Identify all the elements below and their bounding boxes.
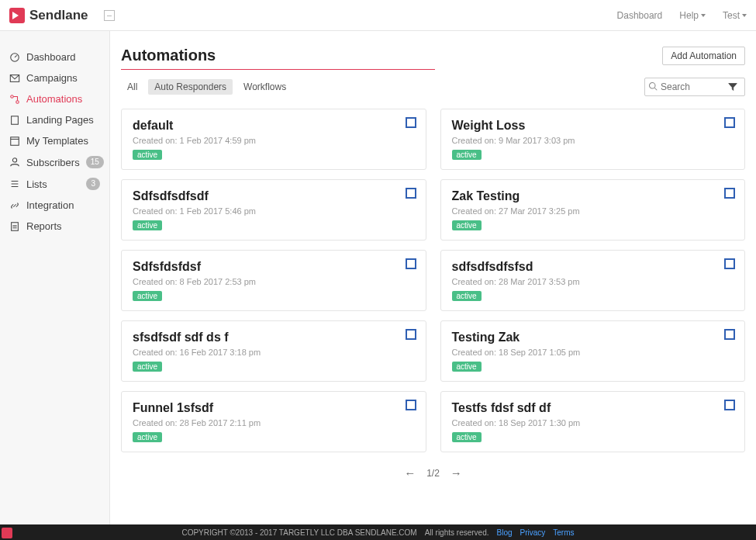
automation-card[interactable]: Zak TestingCreated on: 27 Mar 2017 3:25 … [440,179,746,241]
automation-card[interactable]: Weight LossCreated on: 9 Mar 2017 3:03 p… [440,109,746,170]
topnav-dashboard-label: Dashboard [617,10,663,21]
sidebar-item-dashboard[interactable]: Dashboard [0,47,109,68]
card-created: Created on: 28 Feb 2017 2:11 pm [133,418,415,428]
report-icon [9,221,20,232]
stop-icon[interactable] [406,258,416,269]
automation-card[interactable]: SdfsfdsfdsfCreated on: 8 Feb 2017 2:53 p… [121,250,426,311]
sidebar-item-label: Landing Pages [26,114,94,126]
automation-card[interactable]: defaultCreated on: 1 Feb 2017 4:59 pmact… [121,109,426,170]
sidebar-item-my-templates[interactable]: My Templates [0,130,109,151]
sidebar-item-label: Campaigns [26,72,78,84]
main-content: Automations Add Automation All Auto Resp… [110,31,756,524]
automation-card[interactable]: SdfsdfsdfsdfCreated on: 1 Feb 2017 5:46 … [121,179,426,241]
automation-card[interactable]: sdfsdfsdfsfsdCreated on: 28 Mar 2017 3:5… [440,250,746,311]
status-badge: active [133,150,162,160]
card-title: default [133,119,415,133]
card-created: Created on: 1 Feb 2017 5:46 pm [133,206,415,216]
automation-icon [9,94,20,105]
add-automation-button[interactable]: Add Automation [662,47,745,65]
card-title: Testing Zak [452,331,734,344]
envelope-icon [9,73,20,84]
card-created: Created on: 8 Feb 2017 2:53 pm [133,277,415,286]
footer: COPYRIGHT ©2013 - 2017 TARGETLY LLC DBA … [0,524,756,540]
footer-link-blog[interactable]: Blog [496,528,512,537]
card-title: Zak Testing [452,189,734,203]
card-title: sfsdfsdf sdf ds f [133,331,415,344]
tab-all[interactable]: All [121,79,143,95]
page-header: Automations Add Automation [121,47,745,70]
filter-icon[interactable] [724,78,741,95]
status-badge: active [452,150,482,160]
card-title: Sdfsfdsfdsf [133,260,415,274]
sidebar-item-integration[interactable]: Integration [0,195,109,216]
sidebar-item-automations[interactable]: Automations [0,88,109,109]
footer-copyright: COPYRIGHT ©2013 - 2017 TARGETLY LLC DBA … [181,528,416,537]
sidebar-item-lists[interactable]: Lists 3 [0,173,109,195]
status-badge: active [452,432,482,442]
sidebar-item-label: Dashboard [26,51,76,63]
card-created: Created on: 18 Sep 2017 1:05 pm [452,348,734,357]
tabs-row: All Auto Responders Workflows [121,78,745,96]
next-page-arrow-icon[interactable]: → [450,466,462,479]
card-created: Created on: 1 Feb 2017 4:59 pm [133,136,415,145]
collapse-sidebar-icon[interactable] [104,10,115,21]
svg-rect-7 [12,222,19,230]
sidebar-item-label: Automations [26,93,82,105]
status-badge: active [452,291,482,301]
automation-card[interactable]: Testing ZakCreated on: 18 Sep 2017 1:05 … [440,320,746,382]
brand-logo-icon [9,8,25,23]
sidebar-item-campaigns[interactable]: Campaigns [0,68,109,88]
stop-icon[interactable] [724,188,735,199]
topnav-help-label: Help [679,10,699,21]
automation-cards-grid: defaultCreated on: 1 Feb 2017 4:59 pmact… [121,109,745,459]
card-title: sdfsdfsdfsfsd [452,260,734,274]
prev-page-arrow-icon[interactable]: ← [404,466,416,479]
topnav-user-label: Test [723,10,740,21]
sidebar-item-subscribers[interactable]: Subscribers 15 [0,151,109,173]
card-title: Sdfsdfsdfsdf [133,189,415,203]
card-created: Created on: 27 Mar 2017 3:25 pm [452,206,734,216]
sidebar-item-label: Subscribers [26,157,80,168]
tab-auto-responders[interactable]: Auto Responders [148,79,233,95]
automation-card[interactable]: sfsdfsdf sdf ds fCreated on: 16 Feb 2017… [121,320,426,382]
automation-card[interactable]: Funnel 1sfsdfCreated on: 28 Feb 2017 2:1… [121,391,426,452]
stop-icon[interactable] [724,258,735,269]
sidebar: Dashboard Campaigns Automations Landing … [0,31,110,524]
footer-link-terms[interactable]: Terms [553,528,574,537]
user-icon [9,157,20,168]
svg-rect-5 [11,137,19,145]
topnav-dashboard[interactable]: Dashboard [617,10,663,21]
brand[interactable]: Sendlane [9,8,88,23]
stop-icon[interactable] [406,329,416,340]
stop-icon[interactable] [724,329,735,340]
tab-workflows[interactable]: Workflows [237,79,292,95]
topbar: Sendlane Dashboard Help Test [0,0,756,31]
card-title: Testfs fdsf sdf df [452,401,734,415]
brand-name: Sendlane [29,8,88,23]
sidebar-item-label: My Templates [26,135,88,147]
link-icon [9,200,20,211]
sidebar-item-landing-pages[interactable]: Landing Pages [0,109,109,130]
card-title: Weight Loss [452,119,734,133]
stop-icon[interactable] [406,188,416,199]
chevron-down-icon [701,14,706,17]
stop-icon[interactable] [406,117,416,128]
sidebar-badge: 15 [86,156,104,168]
topnav-help[interactable]: Help [679,10,706,21]
pagination: ← 1/2 → [121,466,745,487]
stop-icon[interactable] [406,400,416,410]
tabs: All Auto Responders Workflows [121,79,292,95]
svg-point-8 [650,82,656,88]
stop-icon[interactable] [724,400,735,410]
sidebar-item-label: Lists [26,178,47,190]
card-created: Created on: 28 Mar 2017 3:53 pm [452,277,734,286]
topnav-user[interactable]: Test [723,10,747,21]
stop-icon[interactable] [724,117,735,128]
card-created: Created on: 16 Feb 2017 3:18 pm [133,348,415,357]
search-box[interactable] [644,78,745,96]
automation-card[interactable]: Testfs fdsf sdf dfCreated on: 18 Sep 201… [440,391,746,452]
footer-link-privacy[interactable]: Privacy [520,528,546,537]
search-input[interactable] [661,81,721,92]
page-icon [9,115,20,126]
sidebar-item-reports[interactable]: Reports [0,216,109,237]
